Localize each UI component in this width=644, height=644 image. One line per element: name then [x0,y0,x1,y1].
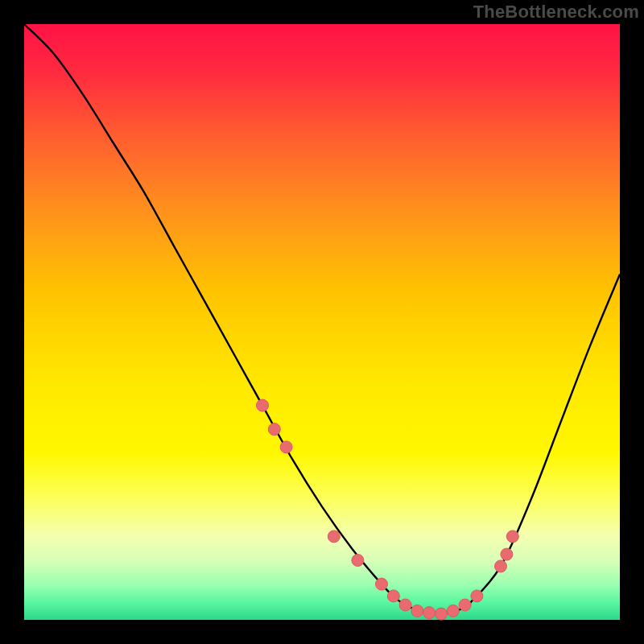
highlight-marker [280,441,292,453]
highlight-marker [423,607,436,619]
highlight-marker [387,590,399,602]
highlight-marker [352,555,364,567]
highlight-marker [257,399,269,411]
highlight-marker [471,590,483,602]
highlight-marker [376,578,388,590]
watermark-label: TheBottleneck.com [473,2,639,23]
highlight-marker [501,548,513,560]
highlight-marker [411,605,423,617]
highlight-marker [447,605,459,617]
highlight-marker [459,599,471,611]
bottleneck-curve-path [24,24,620,614]
highlight-marker [328,530,340,543]
chart-container: TheBottleneck.com [0,0,644,644]
marker-group [257,399,519,620]
highlight-marker [506,530,518,543]
highlight-marker [399,599,411,611]
highlight-marker [495,560,507,572]
highlight-marker [436,608,448,620]
highlight-marker [268,423,280,436]
chart-svg [24,24,620,620]
